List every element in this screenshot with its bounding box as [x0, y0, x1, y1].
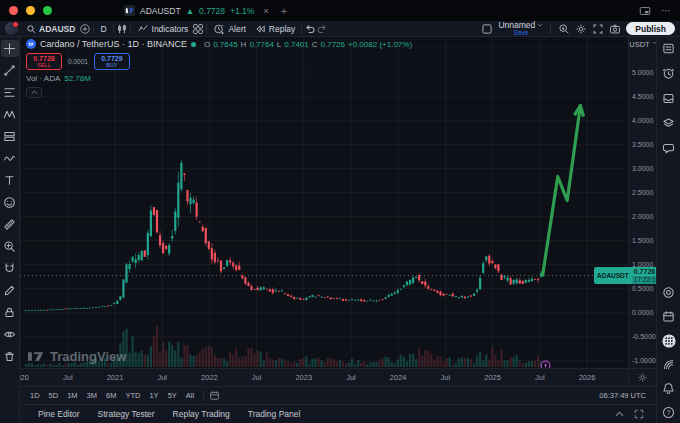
tradingview-window: ADAUSDT ▲ 0.7728 +1.1% × + ⋯ ADAUSD D In…: [0, 0, 680, 423]
time-axis-settings-icon[interactable]: [637, 372, 648, 383]
chart-pane[interactable]: Cardano / TetherUS · 1D · BINANCE O0.764…: [20, 37, 628, 368]
interval-button[interactable]: D: [96, 22, 110, 36]
buy-label: BUY: [106, 63, 117, 69]
fib-retracement-tool-icon[interactable]: [1, 84, 19, 101]
pattern-tool-icon[interactable]: [1, 106, 19, 123]
sell-button[interactable]: 0.7728 SELL: [26, 53, 62, 70]
collapse-header-button[interactable]: [26, 87, 42, 98]
time-tick: 2025: [484, 373, 501, 382]
object-tree-icon[interactable]: [660, 115, 678, 132]
publish-button[interactable]: Publish: [626, 22, 675, 35]
more-icon[interactable]: ⋯: [661, 5, 672, 16]
buy-button[interactable]: 0.7729 BUY: [94, 53, 130, 70]
timeframe-button[interactable]: 1D: [26, 389, 44, 402]
hide-drawings-tool-icon[interactable]: [1, 326, 19, 343]
notifications-icon[interactable]: [660, 380, 678, 397]
save-layout-link[interactable]: Save: [513, 30, 528, 37]
watchlist-icon[interactable]: [660, 40, 678, 57]
streams-icon[interactable]: [660, 356, 678, 373]
bottom-panel-tab[interactable]: Pine Editor: [30, 407, 88, 421]
replay-label: Replay: [269, 24, 295, 34]
tf-divider: [203, 391, 204, 401]
compare-add-icon[interactable]: [79, 23, 91, 35]
help-icon[interactable]: ?: [660, 404, 678, 421]
minimize-window-button[interactable]: [26, 6, 35, 15]
timeframe-button[interactable]: 5D: [45, 389, 63, 402]
time-axis[interactable]: 2020Jul2021Jul2022Jul2023Jul2024Jul2025J…: [20, 368, 628, 386]
picture-in-picture-icon[interactable]: [639, 5, 651, 17]
bottom-panel-tab[interactable]: Replay Trading: [165, 407, 238, 421]
bottom-panel-tab[interactable]: Trading Panel: [240, 407, 309, 421]
volume-label: Vol · ADA: [26, 74, 60, 83]
indicators-button[interactable]: Indicators: [133, 22, 193, 36]
tradingview-logo-icon: [28, 350, 45, 363]
measure-tool-icon[interactable]: [1, 216, 19, 233]
quick-search-icon[interactable]: [558, 23, 570, 35]
tab-close-icon[interactable]: ×: [263, 6, 268, 16]
close-value: 0.7726: [321, 40, 345, 49]
chat-icon[interactable]: [660, 140, 678, 157]
buy-price: 0.7729: [101, 55, 122, 62]
symbol-search-text: ADAUSD: [39, 24, 75, 34]
alerts-icon[interactable]: [660, 65, 678, 82]
alert-button[interactable]: Alert: [209, 22, 249, 36]
layout-name-button[interactable]: Unnamed Save: [498, 21, 543, 37]
trash-tool-icon[interactable]: [1, 348, 19, 365]
browser-tab[interactable]: ADAUSDT ▲ 0.7728 +1.1% ×: [124, 5, 269, 16]
replay-button[interactable]: Replay: [250, 22, 299, 36]
fullscreen-icon[interactable]: [592, 23, 604, 35]
panel-controls: [615, 409, 644, 419]
calendar-icon[interactable]: [660, 308, 678, 325]
price-tick: 2.5000: [632, 189, 653, 196]
position-tool-icon[interactable]: [1, 128, 19, 145]
timeframe-button[interactable]: 6M: [102, 389, 120, 402]
crosshair-tool-icon[interactable]: [1, 40, 19, 57]
redo-icon[interactable]: [316, 23, 328, 35]
toolbar-divider: [130, 23, 131, 34]
ohlc-values: O0.7645 H0.7764 L0.7401 C0.7726 +0.0082 …: [204, 40, 412, 49]
magnet-tool-icon[interactable]: [1, 260, 19, 277]
right-sidebar: ?: [656, 37, 680, 423]
draw-mode-tool-icon[interactable]: [1, 282, 19, 299]
news-icon[interactable]: [660, 90, 678, 107]
timeframe-button[interactable]: All: [182, 389, 198, 402]
go-to-date-icon[interactable]: [209, 390, 220, 401]
lock-tool-icon[interactable]: [1, 304, 19, 321]
axis-currency-button[interactable]: USDT: [629, 40, 657, 49]
screenshot-camera-icon[interactable]: [609, 23, 621, 35]
alert-clock-icon: [213, 23, 225, 35]
trend-line-tool-icon[interactable]: [1, 62, 19, 79]
timeframe-button[interactable]: 1M: [63, 389, 81, 402]
user-avatar[interactable]: [5, 22, 18, 35]
panel-expand-icon[interactable]: [615, 411, 624, 417]
settings-gear-icon[interactable]: [575, 23, 587, 35]
timeframe-button[interactable]: YTD: [121, 389, 144, 402]
timeframe-button[interactable]: 3M: [83, 389, 101, 402]
indicator-templates-icon[interactable]: [192, 23, 204, 35]
zoom-window-button[interactable]: [43, 6, 52, 15]
tab-change: +1.1%: [230, 6, 254, 16]
dom-icon[interactable]: [660, 284, 678, 301]
utc-clock[interactable]: 06:37:49 UTC: [599, 391, 646, 400]
panel-maximize-icon[interactable]: [634, 409, 644, 419]
apps-menu-icon[interactable]: [660, 332, 678, 349]
bottom-panel-tab[interactable]: Strategy Tester: [90, 407, 163, 421]
symbol-search-button[interactable]: ADAUSD: [22, 22, 79, 36]
close-window-button[interactable]: [9, 6, 18, 15]
new-tab-button[interactable]: +: [281, 5, 287, 17]
timeframe-button[interactable]: 5Y: [164, 389, 181, 402]
emoji-tool-icon[interactable]: [1, 194, 19, 211]
price-tick: 4.5000: [632, 93, 653, 100]
market-status-icon[interactable]: [191, 42, 196, 47]
bottom-panel-bar: Pine EditorStrategy TesterReplay Trading…: [20, 404, 656, 423]
timeframe-button[interactable]: 1Y: [145, 389, 162, 402]
undo-icon[interactable]: [304, 23, 316, 35]
price-axis[interactable]: USDT 5.00004.50004.00003.50003.00002.500…: [628, 37, 656, 368]
time-tick: Jul: [535, 373, 545, 382]
zoom-tool-icon[interactable]: [1, 238, 19, 255]
layout-icon[interactable]: [481, 23, 493, 35]
chart-type-candles-icon[interactable]: [116, 23, 128, 35]
symbol-title[interactable]: Cardano / TetherUS · 1D · BINANCE: [40, 39, 187, 49]
text-tool-icon[interactable]: [1, 172, 19, 189]
brush-tool-icon[interactable]: [1, 150, 19, 167]
